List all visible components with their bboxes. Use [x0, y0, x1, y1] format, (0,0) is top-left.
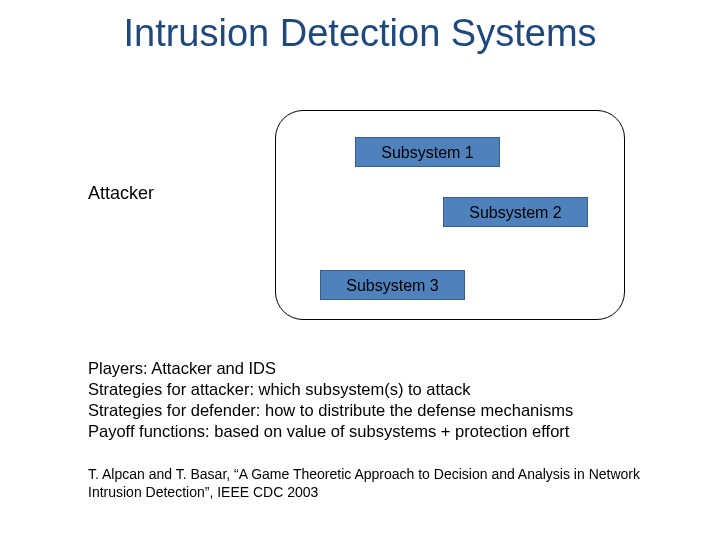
subsystem-2-box: Subsystem 2	[443, 197, 588, 227]
slide-title: Intrusion Detection Systems	[0, 0, 720, 55]
diagram-area: Attacker Subsystem 1 Subsystem 2 Subsyst…	[0, 105, 720, 345]
attacker-label: Attacker	[88, 183, 154, 204]
body-line-defender-strategies: Strategies for defender: how to distribu…	[88, 400, 668, 421]
body-line-attacker-strategies: Strategies for attacker: which subsystem…	[88, 379, 668, 400]
body-line-payoff: Payoff functions: based on value of subs…	[88, 421, 668, 442]
body-text: Players: Attacker and IDS Strategies for…	[88, 358, 668, 442]
citation-text: T. Alpcan and T. Basar, “A Game Theoreti…	[88, 465, 668, 501]
subsystem-3-box: Subsystem 3	[320, 270, 465, 300]
body-line-players: Players: Attacker and IDS	[88, 358, 668, 379]
subsystem-1-box: Subsystem 1	[355, 137, 500, 167]
